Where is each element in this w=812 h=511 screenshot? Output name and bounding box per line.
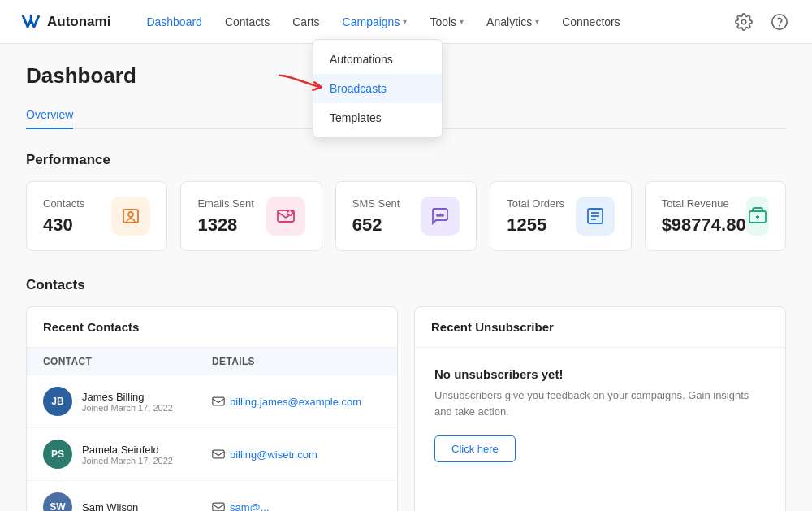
revenue-icon <box>746 197 769 236</box>
svg-point-7 <box>437 214 438 216</box>
email-icon <box>212 502 225 511</box>
avatar: PS <box>43 440 72 469</box>
unsub-empty-desc: Unsubscribers give you feedback on your … <box>434 388 766 419</box>
nav-right <box>731 9 793 35</box>
contact-row: PS Pamela Seinfeld Joined March 17, 2022… <box>27 428 397 481</box>
tools-chevron: ▾ <box>460 17 464 26</box>
metric-total-revenue: Total Revenue $98774.80 <box>645 181 786 251</box>
contacts-section-title: Contacts <box>26 277 786 293</box>
contacts-icon <box>111 197 150 236</box>
campaigns-chevron: ▾ <box>403 17 407 26</box>
nav-carts[interactable]: Carts <box>283 11 329 33</box>
contact-row: JB James Billing Joined March 17, 2022 b… <box>27 375 397 428</box>
nav-tools[interactable]: Tools ▾ <box>420 11 473 33</box>
col-contact: Contact <box>43 356 212 367</box>
svg-point-4 <box>128 212 133 217</box>
col-details: Details <box>212 356 381 367</box>
click-here-button[interactable]: Click here <box>434 435 516 462</box>
metric-orders-value: 1255 <box>507 214 564 236</box>
contacts-table-header: Contact Details <box>27 348 397 375</box>
metric-contacts-value: 430 <box>43 214 84 236</box>
analytics-chevron: ▾ <box>535 17 539 26</box>
contact-email: billing.james@example.com <box>212 396 381 408</box>
gear-icon <box>735 13 753 31</box>
contact-name: James Billing <box>82 391 173 403</box>
svg-point-1 <box>772 14 787 28</box>
nav-contacts[interactable]: Contacts <box>215 11 279 33</box>
nav-connectors[interactable]: Connectors <box>552 11 630 33</box>
contact-date: Joined March 17, 2022 <box>82 403 173 413</box>
metric-total-orders: Total Orders 1255 <box>490 181 631 251</box>
brand-name: Autonami <box>47 14 110 30</box>
svg-point-0 <box>741 19 746 24</box>
email-address[interactable]: billing@wisetr.com <box>230 448 317 461</box>
svg-point-9 <box>442 214 443 216</box>
recent-unsubscriber-card: Recent Unsubscriber No unsubscribers yet… <box>414 306 786 511</box>
recent-contacts-title: Recent Contacts <box>27 307 397 348</box>
metric-emails-sent: Emails Sent 1328 <box>180 181 322 251</box>
contact-email: billing@wisetr.com <box>212 448 381 461</box>
email-icon <box>212 396 225 406</box>
email-address[interactable]: billing.james@example.com <box>230 396 361 408</box>
recent-contacts-card: Recent Contacts Contact Details JB James… <box>26 306 398 511</box>
contact-email: sam@... <box>212 501 381 512</box>
logo-icon <box>19 11 42 33</box>
unsub-empty-title: No unsubscribers yet! <box>434 367 766 381</box>
metric-contacts: Contacts 430 <box>26 181 167 251</box>
contact-name: Sam Wilson <box>82 501 138 512</box>
settings-button[interactable] <box>731 9 757 35</box>
dropdown-broadcasts[interactable]: Broadcasts <box>313 74 442 103</box>
nav-links: Dashboard Contacts Carts Campaigns ▾ Too… <box>136 11 731 33</box>
metric-sms-value: 652 <box>352 214 400 236</box>
svg-rect-17 <box>213 503 224 511</box>
metric-emails-label: Emails Sent <box>197 197 253 210</box>
svg-rect-16 <box>213 450 224 458</box>
metric-contacts-label: Contacts <box>43 197 84 210</box>
metric-orders-label: Total Orders <box>507 197 564 210</box>
navbar: Autonami Dashboard Contacts Carts Campai… <box>0 0 812 44</box>
help-icon <box>771 13 788 31</box>
contact-date: Joined March 17, 2022 <box>82 456 173 466</box>
metric-revenue-value: $98774.80 <box>662 214 746 236</box>
orders-icon <box>576 197 615 236</box>
metric-sms-sent: SMS Sent 652 <box>335 181 477 251</box>
contact-name: Pamela Seinfeld <box>82 444 173 456</box>
unsubscriber-content: No unsubscribers yet! Unsubscribers give… <box>415 348 785 482</box>
avatar: SW <box>43 492 72 511</box>
help-button[interactable] <box>767 9 793 35</box>
nav-dashboard[interactable]: Dashboard <box>136 11 212 33</box>
emails-icon <box>266 197 305 236</box>
metric-emails-value: 1328 <box>197 214 253 236</box>
performance-title: Performance <box>26 152 786 168</box>
metric-sms-label: SMS Sent <box>352 197 400 210</box>
brand-logo[interactable]: Autonami <box>19 11 110 33</box>
dropdown-automations[interactable]: Automations <box>313 45 442 74</box>
metrics-row: Contacts 430 Emails Sent 1328 <box>26 181 786 251</box>
svg-rect-15 <box>213 397 224 405</box>
unsubscriber-title: Recent Unsubscriber <box>415 307 785 348</box>
contact-row: SW Sam Wilson sam@... <box>27 481 397 511</box>
avatar: JB <box>43 387 72 416</box>
email-address[interactable]: sam@... <box>230 501 270 512</box>
dropdown-templates[interactable]: Templates <box>313 103 442 132</box>
campaigns-dropdown: Automations Broadcasts Templates <box>313 39 443 138</box>
nav-analytics[interactable]: Analytics ▾ <box>477 11 549 33</box>
metric-revenue-label: Total Revenue <box>662 197 746 210</box>
tab-overview[interactable]: Overview <box>26 102 73 129</box>
contacts-grid: Recent Contacts Contact Details JB James… <box>26 306 786 511</box>
sms-icon <box>421 197 460 236</box>
email-icon <box>212 449 225 459</box>
nav-campaigns[interactable]: Campaigns ▾ <box>333 11 417 33</box>
svg-point-8 <box>439 214 441 216</box>
